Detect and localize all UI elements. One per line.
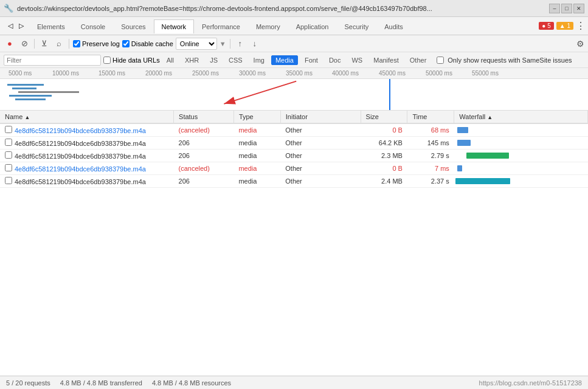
request-waterfall (454, 150, 588, 162)
request-waterfall (454, 123, 588, 137)
filter-manifest[interactable]: Manifest (369, 55, 403, 65)
hide-data-urls-input[interactable] (103, 57, 111, 64)
requests-table-container[interactable]: Name ▲ Status Type Initiator Size Time W… (0, 111, 588, 376)
col-name[interactable]: Name ▲ (0, 111, 174, 123)
toolbar-separator-3 (230, 39, 230, 49)
tab-network[interactable]: Network (154, 19, 194, 33)
filter-js[interactable]: JS (206, 55, 222, 65)
request-type: media (233, 123, 280, 137)
timeline-chart[interactable] (0, 79, 588, 111)
throttle-select[interactable]: Online Fast 3G Slow 3G Offline (176, 38, 217, 50)
table-row[interactable]: 4e8df6c581219b094bdce6db938379be.m4a206m… (0, 137, 588, 150)
request-type: media (233, 150, 280, 162)
timeline-ruler: 5000 ms 10000 ms 15000 ms 20000 ms 25000… (0, 68, 588, 79)
tab-security[interactable]: Security (336, 19, 376, 33)
filter-doc[interactable]: Doc (325, 55, 345, 65)
minimize-button[interactable]: – (549, 4, 560, 13)
request-name: 4e8df6c581219b094bdce6db938379be.m4a (15, 178, 146, 185)
row-checkbox[interactable] (5, 126, 12, 133)
filter-other[interactable]: Other (406, 55, 431, 65)
disable-cache-input[interactable] (122, 40, 130, 47)
status-url: https://blog.csdn.net/m0-51517238 (479, 379, 582, 387)
tab-performance[interactable]: Performance (194, 19, 248, 33)
import-button[interactable]: ↑ (234, 38, 246, 50)
col-initiator[interactable]: Initiator (280, 111, 361, 123)
filter-button[interactable]: ⊻ (38, 38, 50, 50)
filter-xhr[interactable]: XHR (181, 55, 203, 65)
tab-forward-icon[interactable]: ▷ (16, 20, 27, 32)
request-waterfall (454, 162, 588, 175)
col-status[interactable]: Status (174, 111, 234, 123)
request-initiator: Other (280, 175, 361, 188)
request-waterfall (454, 137, 588, 150)
record-button[interactable]: ● (4, 38, 16, 50)
title-bar: 🔧 devtools://wkinspector/devtools_app.ht… (0, 0, 588, 17)
request-name[interactable]: 4e8df6c581219b094bdce6db938379be.m4a (15, 165, 146, 173)
status-bar: 5 / 20 requests 4.8 MB / 4.8 MB transfer… (0, 376, 588, 389)
row-checkbox[interactable] (5, 177, 12, 184)
throttle-arrow: ▼ (220, 40, 226, 47)
request-type: media (233, 175, 280, 188)
request-status: (canceled) (174, 123, 234, 137)
request-waterfall (454, 175, 588, 188)
hide-data-urls-checkbox[interactable]: Hide data URLs (103, 57, 160, 64)
col-size[interactable]: Size (361, 111, 407, 123)
waterfall-bar (466, 153, 509, 159)
disable-cache-checkbox[interactable]: Disable cache (122, 40, 173, 47)
request-initiator: Other (280, 150, 361, 162)
gear-icon[interactable]: ⚙ (576, 39, 584, 49)
tab-sources[interactable]: Sources (113, 19, 153, 33)
ruler-tick-45000: 45000 ms (379, 70, 406, 77)
request-time: 7 ms (407, 162, 454, 175)
request-size: 2.3 MB (361, 150, 407, 162)
stop-button[interactable]: ⊘ (18, 38, 30, 50)
filter-input[interactable] (4, 55, 101, 66)
table-row[interactable]: 4e8df6c581219b094bdce6db938379be.m4a206m… (0, 175, 588, 188)
filter-all[interactable]: All (162, 55, 178, 65)
request-status: 206 (174, 175, 234, 188)
filter-media[interactable]: Media (271, 55, 298, 65)
preserve-log-input[interactable] (73, 40, 80, 47)
col-waterfall[interactable]: Waterfall ▲ (454, 111, 588, 123)
preserve-log-checkbox[interactable]: Preserve log (73, 40, 120, 47)
timeline-bar-1 (7, 84, 44, 86)
svg-line-1 (224, 81, 296, 104)
tab-back-icon[interactable]: ◁ (5, 20, 16, 32)
close-button[interactable]: ✕ (573, 4, 584, 13)
timeline-area: 5000 ms 10000 ms 15000 ms 20000 ms 25000… (0, 68, 588, 111)
tab-audits[interactable]: Audits (376, 19, 411, 33)
request-size: 0 B (361, 123, 407, 137)
filter-font[interactable]: Font (300, 55, 322, 65)
samesite-input[interactable] (437, 57, 444, 64)
col-time[interactable]: Time (407, 111, 454, 123)
tab-console[interactable]: Console (73, 19, 113, 33)
row-checkbox[interactable] (5, 151, 12, 159)
warn-badge: ▲ 1 (556, 22, 573, 30)
tab-nav-icons: ◁ ▷ (2, 20, 29, 32)
tab-elements[interactable]: Elements (29, 19, 73, 33)
export-button[interactable]: ↓ (249, 38, 261, 50)
filter-css[interactable]: CSS (224, 55, 247, 65)
more-menu-icon[interactable]: ⋮ (576, 20, 586, 32)
devtools-icon: 🔧 (4, 4, 13, 13)
row-checkbox[interactable] (5, 164, 12, 171)
filter-ws[interactable]: WS (347, 55, 367, 65)
samesite-checkbox[interactable]: Only show requests with SameSite issues (437, 57, 572, 64)
col-type[interactable]: Type (233, 111, 280, 123)
tab-memory[interactable]: Memory (248, 19, 288, 33)
search-button[interactable]: ⌕ (53, 38, 65, 50)
table-row[interactable]: 4e8df6c581219b094bdce6db938379be.m4a(can… (0, 123, 588, 137)
requests-table: Name ▲ Status Type Initiator Size Time W… (0, 111, 588, 188)
tab-application[interactable]: Application (288, 19, 337, 33)
request-name[interactable]: 4e8df6c581219b094bdce6db938379be.m4a (15, 127, 146, 134)
network-toolbar: ● ⊘ ⊻ ⌕ Preserve log Disable cache Onlin… (0, 35, 588, 52)
timeline-marker (389, 79, 390, 111)
table-row[interactable]: 4e8df6c581219b094bdce6db938379be.m4a(can… (0, 162, 588, 175)
table-row[interactable]: 4e8df6c581219b094bdce6db938379be.m4a206m… (0, 150, 588, 162)
ruler-tick-40000: 40000 ms (332, 70, 359, 77)
maximize-button[interactable]: □ (561, 4, 572, 13)
request-status: 206 (174, 137, 234, 150)
ruler-tick-30000: 30000 ms (239, 70, 266, 77)
filter-img[interactable]: Img (249, 55, 269, 65)
row-checkbox[interactable] (5, 139, 12, 146)
